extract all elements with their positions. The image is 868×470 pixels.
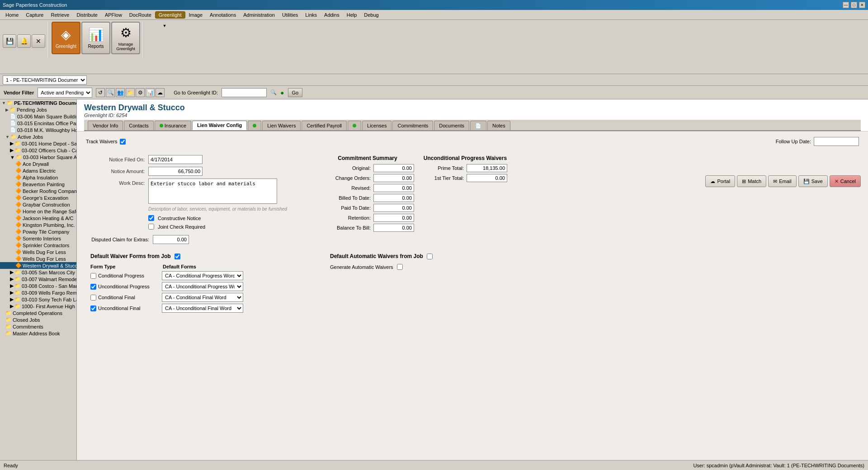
conditional-final-select[interactable]: CA - Conditional Final Word bbox=[162, 293, 243, 302]
save-button[interactable]: 💾 Save bbox=[798, 175, 828, 187]
commitments-item[interactable]: 📁 Commitments bbox=[0, 323, 76, 330]
vendor-becker[interactable]: 🔶Becker Roofing Compan bbox=[0, 188, 76, 194]
summary-revised-input[interactable] bbox=[373, 184, 414, 192]
menu-apflow[interactable]: APFlow bbox=[101, 11, 126, 19]
vendor-beaverton[interactable]: 🔶Beaverton Painting bbox=[0, 181, 76, 188]
vendor-ace[interactable]: 🔶Ace Drywall bbox=[0, 160, 76, 167]
tab-notes[interactable]: Notes bbox=[487, 121, 510, 130]
unconditional-final-select[interactable]: CA - Unconditional Final Word bbox=[162, 304, 243, 313]
menu-capture[interactable]: Capture bbox=[22, 11, 47, 19]
menu-debug[interactable]: Debug bbox=[360, 11, 382, 19]
pending-jobs-item[interactable]: ▶ 📁 Pending Jobs bbox=[0, 106, 76, 113]
conditional-final-checkbox[interactable] bbox=[90, 295, 96, 301]
filter-icon-2[interactable]: 🔍 bbox=[106, 88, 115, 97]
filter-icon-1[interactable]: ↺ bbox=[96, 88, 105, 97]
job-008[interactable]: ▶ 📁 03-008 Costco - San Marcos bbox=[0, 282, 76, 289]
unconditional-final-checkbox[interactable] bbox=[90, 306, 96, 311]
job-007[interactable]: ▶ 📁 03-007 Walmart Remodel - bbox=[0, 276, 76, 282]
vendor-jackson[interactable]: 🔶Jackson Heating & A/C bbox=[0, 215, 76, 221]
unconditional-progress-checkbox[interactable] bbox=[90, 284, 96, 290]
save-small-button[interactable]: 💾 bbox=[3, 34, 16, 48]
tab-certified-payroll[interactable]: Certified Payroll bbox=[302, 121, 347, 130]
job-1000[interactable]: ▶ 📁 1000- First Avenue High Sc bbox=[0, 303, 76, 310]
email-button[interactable]: ✉ Email bbox=[768, 175, 797, 187]
goto-input[interactable] bbox=[222, 88, 267, 97]
summary-billed-input[interactable] bbox=[373, 194, 414, 202]
vendor-graybar[interactable]: 🔶Graybar Construction bbox=[0, 201, 76, 208]
job-009[interactable]: ▶ 📁 03-009 Wells Fargo Remod bbox=[0, 289, 76, 296]
filter-icon-3[interactable]: 👥 bbox=[116, 88, 125, 97]
summary-paid-input[interactable] bbox=[373, 204, 414, 212]
conditional-progress-select[interactable]: CA - Conditional Progress Word bbox=[162, 271, 243, 280]
pending-1[interactable]: 📄 03-006 Main Square Buildin bbox=[0, 113, 76, 120]
document-dropdown[interactable]: 1 - PE-TECHWRITING Documer bbox=[3, 75, 87, 85]
menu-distribute[interactable]: Distribute bbox=[73, 11, 101, 19]
vendor-kingston[interactable]: 🔶Kingston Plumbing, Inc. bbox=[0, 221, 76, 228]
greenlight-button[interactable]: ◈ Greenlight bbox=[52, 22, 80, 54]
filter-icon-5[interactable]: ⚙ bbox=[136, 88, 145, 97]
vendor-wells2[interactable]: 🔶Wells Dug For Less bbox=[0, 255, 76, 262]
tab-lien-waiver-config[interactable]: Lien Waiver Config bbox=[192, 121, 247, 130]
vendor-georges[interactable]: 🔶George's Excavation bbox=[0, 194, 76, 201]
summary-change-input[interactable] bbox=[373, 174, 414, 182]
maximize-button[interactable]: □ bbox=[851, 2, 857, 8]
track-waivers-checkbox[interactable] bbox=[120, 139, 126, 145]
vendor-adams[interactable]: 🔶Adams Electric bbox=[0, 167, 76, 174]
tree-root[interactable]: ▼ 📁 PE-TECHWRITING Documents bbox=[0, 99, 76, 106]
job-001[interactable]: ▶ 📁 03-001 Home Depot - San M bbox=[0, 140, 76, 147]
go-button[interactable]: Go bbox=[288, 88, 303, 97]
menu-administration[interactable]: Administration bbox=[240, 11, 278, 19]
vendor-sorrento[interactable]: 🔶Sorrento Interiors bbox=[0, 235, 76, 242]
menu-utilities[interactable]: Utilities bbox=[278, 11, 302, 19]
notice-filed-input[interactable] bbox=[148, 155, 203, 164]
portal-button[interactable]: ☁ Portal bbox=[705, 175, 735, 187]
vendor-home-range[interactable]: 🔶Home on the Range Safe bbox=[0, 208, 76, 215]
cancel-button[interactable]: ✕ Cancel bbox=[830, 175, 861, 187]
menu-greenlight[interactable]: Greenlight bbox=[155, 11, 185, 19]
vendor-alpha[interactable]: 🔶Alpha Insulation bbox=[0, 174, 76, 181]
vendor-western[interactable]: 🔶Western Drywall & Stucc bbox=[0, 262, 76, 269]
job-002[interactable]: ▶ 📁 03-002 Officers Club - Camp bbox=[0, 147, 76, 154]
close-button[interactable]: ✕ bbox=[859, 2, 865, 8]
notice-amount-input[interactable] bbox=[148, 167, 203, 176]
disputed-claim-input[interactable] bbox=[153, 235, 189, 244]
tab-lien-waivers[interactable]: Lien Waivers bbox=[262, 121, 301, 130]
search-icon[interactable]: 🔍 bbox=[270, 89, 277, 95]
job-010[interactable]: ▶ 📁 03-010 Sony Tech Fab Lab bbox=[0, 296, 76, 303]
cancel-small-button[interactable]: ✕ bbox=[32, 34, 45, 48]
master-address-item[interactable]: 📁 Master Address Book bbox=[0, 330, 76, 337]
tab-insurance[interactable]: Insurance bbox=[155, 121, 191, 130]
tab-documents[interactable]: Documents bbox=[434, 121, 469, 130]
tab-vendor-info[interactable]: Vendor Info bbox=[88, 121, 123, 130]
vendor-poway[interactable]: 🔶Poway Tile Company bbox=[0, 228, 76, 235]
summary-balance-input[interactable] bbox=[373, 224, 414, 232]
menu-home[interactable]: Home bbox=[2, 11, 22, 19]
manage-greenlight-button[interactable]: ⚙ Manage Greenlight bbox=[111, 22, 140, 54]
work-desc-textarea[interactable]: Exterior stucco labor and materials bbox=[148, 179, 277, 204]
menu-help[interactable]: Help bbox=[343, 11, 361, 19]
menu-retrieve[interactable]: Retrieve bbox=[47, 11, 73, 19]
closed-jobs-item[interactable]: 📁 Closed Jobs bbox=[0, 316, 76, 323]
joint-check-checkbox[interactable] bbox=[148, 224, 154, 230]
pending-2[interactable]: 📄 03-015 Encinitas Office Par bbox=[0, 120, 76, 127]
tab-dot-2[interactable] bbox=[348, 121, 361, 130]
tab-contacts[interactable]: Contacts bbox=[124, 121, 153, 130]
pending-3[interactable]: 📄 03-018 M.K. Willoughby Hos bbox=[0, 127, 76, 133]
uncond-tier-input[interactable] bbox=[467, 174, 507, 182]
filter-dropdown[interactable]: Active and Pending All Active Pending In… bbox=[38, 88, 92, 98]
vendor-sprinkler[interactable]: 🔶Sprinkler Contractors bbox=[0, 242, 76, 249]
filter-icon-4[interactable]: 📁 bbox=[126, 88, 135, 97]
follow-up-date-input[interactable] bbox=[814, 137, 859, 146]
menu-docroute[interactable]: DocRoute bbox=[126, 11, 155, 19]
tab-licenses[interactable]: Licenses bbox=[362, 121, 392, 130]
unconditional-progress-select[interactable]: CA - Unconditional Progress Word bbox=[162, 282, 243, 291]
reports-button[interactable]: 📊 Reports bbox=[81, 22, 110, 54]
filter-icon-6[interactable]: 📊 bbox=[146, 88, 155, 97]
summary-retention-input[interactable] bbox=[373, 214, 414, 222]
summary-original-input[interactable] bbox=[373, 164, 414, 172]
constructive-notice-checkbox[interactable] bbox=[148, 215, 154, 221]
tab-commitments[interactable]: Commitments bbox=[392, 121, 433, 130]
completed-ops-item[interactable]: 📁 Completed Operations bbox=[0, 310, 76, 316]
active-jobs-item[interactable]: ▼ 📁 Active Jobs bbox=[0, 133, 76, 140]
alert-small-button[interactable]: 🔔 bbox=[17, 34, 31, 48]
